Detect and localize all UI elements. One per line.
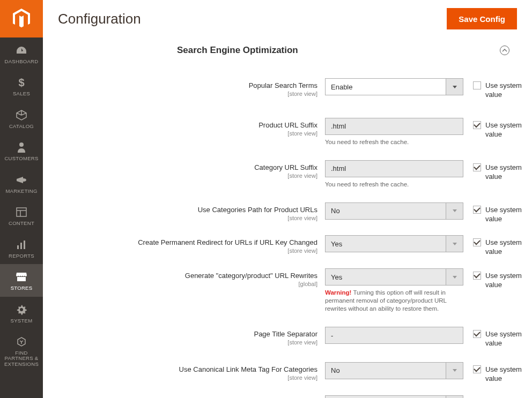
field-use-categories-path: Use Categories Path for Product URLs [st… [43,193,526,228]
hint-text: You need to refresh the cache. [325,181,463,189]
magento-logo[interactable] [0,0,43,37]
field-label: Generate "category/product" URL Rewrites [43,272,317,281]
checkbox-icon [473,81,481,89]
field-label: Product URL Suffix [43,121,317,130]
scope-label: [store view] [43,339,317,346]
canonical-categories-select[interactable]: No [325,362,463,379]
use-system-value-checkbox[interactable]: Use system value [473,238,522,257]
hint-text: You need to refresh the cache. [325,138,463,146]
checkbox-icon [473,272,481,280]
product-url-suffix-input[interactable] [325,118,463,135]
hint-text: Warning! Turning this option off will re… [325,289,463,313]
canonical-products-select[interactable]: No [325,395,463,398]
scope-label: [store view] [43,374,317,381]
scope-label: [store view] [43,172,317,179]
field-label: Use Categories Path for Product URLs [43,206,317,215]
svg-point-8 [20,308,23,311]
field-popular-search-terms: Popular Search Terms [store view] Enable… [43,63,526,104]
sidebar-item-dashboard[interactable]: DASHBOARD [0,37,43,70]
field-category-url-suffix: Category URL Suffix [store view] You nee… [43,151,526,193]
field-page-title-sep: Page Title Separator [store view] Use sy… [43,317,526,352]
sidebar-item-system[interactable]: SYSTEM [0,297,43,329]
field-product-url-suffix: Product URL Suffix [store view] You need… [43,104,526,151]
use-system-value-checkbox[interactable]: Use system value [473,272,522,290]
chevron-down-icon [446,235,463,252]
svg-rect-2 [17,208,26,216]
svg-rect-7 [24,241,25,249]
use-system-value-checkbox[interactable]: Use system value [473,206,522,224]
page-title-sep-input[interactable] [325,327,463,344]
svg-rect-5 [17,245,19,249]
use-system-value-checkbox[interactable]: Use system value [473,163,522,182]
svg-point-1 [19,142,24,147]
admin-sidebar: DASHBOARD $ SALES CATALOG CUSTOMERS MARK… [0,0,43,398]
sidebar-item-stores[interactable]: STORES [0,264,43,296]
field-label: Use Canonical Link Meta Tag For Categori… [43,365,317,374]
scope-label: [store view] [43,130,317,137]
category-url-suffix-input[interactable] [325,160,463,177]
chevron-up-icon[interactable] [500,46,509,55]
checkbox-icon [473,238,481,246]
popular-search-terms-select[interactable]: Enable [325,78,463,95]
use-system-value-checkbox[interactable]: Use system value [473,365,522,384]
field-label: Page Title Separator [43,330,317,339]
scope-label: [store view] [43,215,317,221]
chevron-down-icon [446,78,463,95]
generate-rewrites-select[interactable]: Yes [325,268,463,286]
field-permanent-redirect: Create Permanent Redirect for URLs if UR… [43,228,526,261]
use-system-value-checkbox[interactable]: Use system value [473,81,522,100]
config-main: Search Engine Optimization Popular Searc… [43,37,532,398]
store-icon [16,271,27,283]
svg-rect-6 [20,243,22,249]
section-header-seo[interactable]: Search Engine Optimization [43,37,526,63]
sidebar-item-customers[interactable]: CUSTOMERS [0,134,43,167]
bars-icon [16,238,27,251]
gear-icon [16,303,27,316]
save-config-button[interactable]: Save Config [447,8,517,29]
field-generate-rewrites: Generate "category/product" URL Rewrites… [43,261,526,317]
layout-icon [16,206,27,219]
field-label: Popular Search Terms [43,81,317,91]
use-system-value-checkbox[interactable]: Use system value [473,330,522,348]
chevron-down-icon [446,362,463,379]
use-categories-path-select[interactable]: No [325,202,463,220]
chevron-down-icon [446,395,463,398]
sidebar-item-reports[interactable]: REPORTS [0,232,43,264]
checkbox-icon [473,206,481,214]
sidebar-item-marketing[interactable]: MARKETING [0,167,43,199]
dollar-icon: $ [18,76,25,89]
magento-logo-icon [13,9,30,29]
chevron-down-icon [446,202,463,220]
use-system-value-checkbox[interactable]: Use system value [473,121,522,139]
sidebar-item-content[interactable]: CONTENT [0,199,43,231]
field-canonical-products: Use Canonical Link Meta Tag For Products… [43,388,526,398]
scope-label: [global] [43,281,317,287]
box-icon [16,109,27,122]
gauge-icon [16,44,27,57]
megaphone-icon [16,174,27,186]
page-title: Configuration [58,11,141,27]
scope-label: [store view] [43,247,317,254]
svg-text:$: $ [18,77,24,88]
scope-label: [store view] [43,91,317,97]
sidebar-item-sales[interactable]: $ SALES [0,70,43,102]
section-title: Search Engine Optimization [177,45,298,56]
checkbox-icon [473,330,481,338]
field-label: Create Permanent Redirect for URLs if UR… [43,238,317,247]
checkbox-icon [473,365,481,373]
field-canonical-categories: Use Canonical Link Meta Tag For Categori… [43,352,526,388]
permanent-redirect-select[interactable]: Yes [325,235,463,252]
sidebar-item-partners[interactable]: FIND PARTNERS & EXTENSIONS [0,329,43,372]
field-label: Category URL Suffix [43,163,317,172]
chevron-down-icon [446,268,463,286]
partners-icon [16,335,27,348]
person-icon [17,141,26,154]
sidebar-item-catalog[interactable]: CATALOG [0,102,43,134]
checkbox-icon [473,163,481,171]
checkbox-icon [473,121,481,129]
page-header: Configuration Save Config [43,0,532,37]
